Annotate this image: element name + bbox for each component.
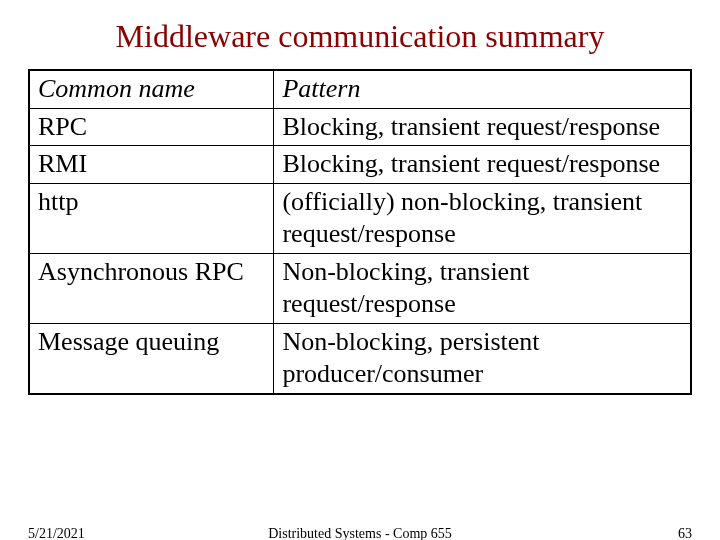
header-common-name: Common name: [29, 70, 274, 108]
cell-name: RPC: [29, 108, 274, 146]
page-title: Middleware communication summary: [0, 0, 720, 69]
table-row: http (officially) non-blocking, transien…: [29, 183, 691, 253]
table-row: Asynchronous RPC Non-blocking, transient…: [29, 253, 691, 323]
cell-pattern: Blocking, transient request/response: [274, 108, 691, 146]
table-header-row: Common name Pattern: [29, 70, 691, 108]
cell-name: Message queuing: [29, 323, 274, 394]
cell-name: Asynchronous RPC: [29, 253, 274, 323]
footer-course: Distributed Systems - Comp 655: [268, 526, 452, 540]
table-row: RMI Blocking, transient request/response: [29, 146, 691, 184]
summary-table: Common name Pattern RPC Blocking, transi…: [28, 69, 692, 395]
header-pattern: Pattern: [274, 70, 691, 108]
cell-pattern: Non-blocking, transient request/response: [274, 253, 691, 323]
cell-pattern: Non-blocking, persistent producer/consum…: [274, 323, 691, 394]
table-container: Common name Pattern RPC Blocking, transi…: [0, 69, 720, 395]
footer-page-number: 63: [678, 526, 692, 540]
footer-date: 5/21/2021: [28, 526, 85, 540]
cell-name: http: [29, 183, 274, 253]
table-row: Message queuing Non-blocking, persistent…: [29, 323, 691, 394]
cell-pattern: Blocking, transient request/response: [274, 146, 691, 184]
cell-name: RMI: [29, 146, 274, 184]
cell-pattern: (officially) non-blocking, transient req…: [274, 183, 691, 253]
table-row: RPC Blocking, transient request/response: [29, 108, 691, 146]
